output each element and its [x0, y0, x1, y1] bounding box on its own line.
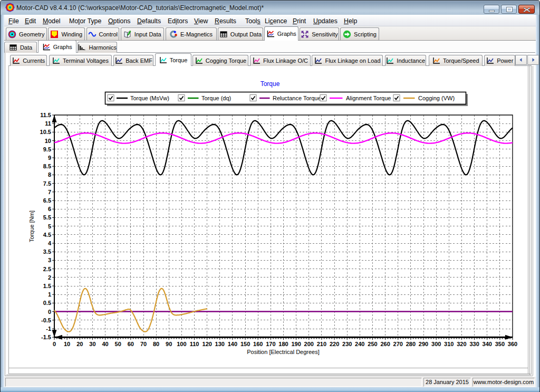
- svg-text:0.5: 0.5: [43, 300, 51, 306]
- svg-text:7: 7: [48, 189, 51, 195]
- svg-text:10: 10: [64, 341, 70, 347]
- svg-text:-0.5: -0.5: [41, 317, 51, 323]
- svg-text:Torque [Nm]: Torque [Nm]: [28, 211, 35, 242]
- svg-text:5.5: 5.5: [43, 214, 51, 221]
- svg-text:260: 260: [380, 341, 390, 347]
- svg-text:6.5: 6.5: [43, 197, 51, 204]
- svg-text:300: 300: [431, 341, 441, 347]
- svg-text:230: 230: [342, 341, 352, 347]
- svg-text:10: 10: [45, 138, 51, 144]
- svg-text:2: 2: [48, 274, 51, 281]
- svg-text:210: 210: [317, 341, 326, 347]
- svg-text:0: 0: [53, 341, 56, 347]
- svg-text:180: 180: [278, 341, 288, 347]
- svg-text:330: 330: [469, 341, 479, 347]
- svg-text:80: 80: [153, 341, 159, 347]
- svg-text:290: 290: [419, 341, 428, 347]
- svg-text:Torque (MsVw): Torque (MsVw): [130, 95, 169, 101]
- svg-text:130: 130: [215, 341, 225, 347]
- svg-text:5: 5: [48, 223, 51, 230]
- svg-text:140: 140: [228, 341, 237, 347]
- svg-text:Reluctance Torque: Reluctance Torque: [273, 95, 321, 101]
- svg-text:270: 270: [393, 341, 403, 347]
- svg-text:1.5: 1.5: [43, 283, 51, 289]
- svg-text:160: 160: [253, 341, 263, 347]
- svg-text:10.5: 10.5: [40, 129, 51, 135]
- svg-text:70: 70: [140, 341, 147, 347]
- svg-text:340: 340: [483, 341, 492, 347]
- svg-text:-1: -1: [46, 326, 51, 332]
- svg-text:190: 190: [291, 341, 301, 347]
- svg-text:20: 20: [76, 341, 83, 347]
- svg-text:40: 40: [102, 341, 108, 347]
- svg-text:4.5: 4.5: [43, 232, 51, 238]
- svg-text:220: 220: [330, 341, 339, 347]
- svg-text:240: 240: [355, 341, 364, 347]
- svg-text:3: 3: [48, 257, 51, 263]
- svg-text:Position [Electrical Degrees]: Position [Electrical Degrees]: [247, 349, 320, 355]
- svg-text:Torque (dq): Torque (dq): [201, 95, 231, 101]
- svg-text:360: 360: [508, 341, 517, 347]
- svg-text:11: 11: [45, 120, 51, 127]
- svg-text:280: 280: [406, 341, 416, 347]
- svg-text:Alignment Torque: Alignment Torque: [346, 95, 391, 101]
- svg-text:3.5: 3.5: [43, 248, 51, 255]
- svg-text:310: 310: [444, 341, 454, 347]
- svg-text:60: 60: [128, 341, 134, 347]
- svg-text:9: 9: [48, 155, 51, 161]
- svg-text:Torque: Torque: [261, 80, 280, 88]
- svg-text:0: 0: [48, 309, 51, 315]
- svg-text:90: 90: [166, 341, 172, 347]
- svg-text:150: 150: [240, 341, 250, 347]
- svg-text:8: 8: [48, 171, 51, 178]
- svg-text:11.5: 11.5: [40, 112, 51, 118]
- svg-text:350: 350: [495, 341, 505, 347]
- svg-text:Cogging (VW): Cogging (VW): [418, 95, 455, 101]
- svg-text:9.5: 9.5: [43, 146, 51, 152]
- svg-text:4: 4: [48, 240, 52, 246]
- svg-text:8.5: 8.5: [43, 163, 51, 169]
- svg-text:1: 1: [48, 291, 51, 298]
- svg-text:50: 50: [115, 341, 121, 347]
- svg-text:30: 30: [89, 341, 95, 347]
- svg-text:320: 320: [457, 341, 466, 347]
- svg-text:250: 250: [368, 341, 377, 347]
- svg-text:7.5: 7.5: [43, 180, 51, 187]
- svg-text:120: 120: [202, 341, 212, 347]
- svg-text:6: 6: [48, 206, 51, 212]
- svg-text:170: 170: [266, 341, 275, 347]
- svg-text:100: 100: [177, 341, 186, 347]
- svg-text:200: 200: [304, 341, 314, 347]
- svg-text:-1.5: -1.5: [41, 334, 51, 340]
- svg-text:2.5: 2.5: [43, 266, 51, 272]
- svg-text:110: 110: [190, 341, 199, 347]
